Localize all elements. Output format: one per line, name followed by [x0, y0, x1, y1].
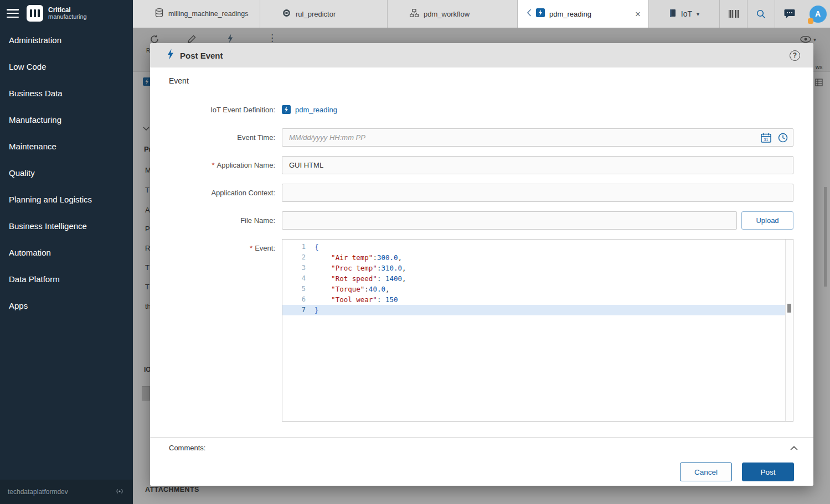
iot-icon: [669, 9, 677, 19]
cancel-button[interactable]: Cancel: [680, 463, 732, 481]
comments-section: Comments:: [150, 437, 813, 458]
sidebar-item-maintenance[interactable]: Maintenance: [0, 133, 133, 159]
clock-icon[interactable]: [778, 133, 788, 143]
sidebar-item-automation[interactable]: Automation: [0, 239, 133, 266]
svg-text:31: 31: [764, 137, 769, 141]
menu-icon[interactable]: [7, 9, 19, 18]
required-marker: *: [250, 244, 252, 252]
sidebar-menu: Administration Low Code Business Data Ma…: [0, 27, 133, 319]
event-time-label: Event Time:: [237, 133, 275, 142]
caret-down-icon: ▾: [697, 11, 699, 17]
field-event-time: Event Time: 31: [169, 128, 793, 147]
dialog-footer: Cancel Post: [150, 458, 813, 486]
tab-pdm-workflow[interactable]: pdm_workflow: [388, 0, 518, 28]
topbar: milling_machine_readings rul_predictor p…: [133, 0, 830, 28]
line-number: 6: [282, 294, 315, 305]
sidebar-item-data-platform[interactable]: Data Platform: [0, 266, 133, 292]
dialog-header: Post Event ?: [150, 43, 813, 67]
field-iot-event-definition: IoT Event Definition: pdm_reading: [169, 103, 793, 116]
environment-label: techdataplatformdev: [8, 488, 68, 496]
tab-label: milling_machine_readings: [168, 10, 252, 18]
chat-button[interactable]: [775, 0, 804, 28]
sidebar-item-low-code[interactable]: Low Code: [0, 53, 133, 80]
main-area: milling_machine_readings rul_predictor p…: [133, 0, 830, 504]
comments-label: Comments:: [169, 444, 205, 452]
readings-database-icon: [155, 8, 163, 19]
editor-line[interactable]: 4 "Rot speed": 1400,: [282, 273, 785, 284]
chevron-left-icon[interactable]: [527, 9, 532, 19]
sidebar-item-business-data[interactable]: Business Data: [0, 80, 133, 106]
predictor-icon: [282, 9, 291, 19]
field-application-name: * Application Name:: [169, 156, 793, 174]
sidebar-footer: techdataplatformdev: [0, 480, 133, 504]
field-event: * Event: 1{2 "Air temp":300.0,3 "Proc te…: [169, 239, 793, 422]
iot-event-definition-icon: [282, 105, 291, 114]
sidebar-item-apps[interactable]: Apps: [0, 292, 133, 319]
editor-line[interactable]: 2 "Air temp":300.0,: [282, 252, 785, 263]
section-label: Event: [169, 76, 793, 86]
tab-label: rul_predictor: [296, 10, 336, 18]
tab-rul-predictor[interactable]: rul_predictor: [260, 0, 388, 28]
application-name-label: Application Name:: [217, 161, 276, 169]
line-number: 7: [282, 305, 315, 315]
post-button[interactable]: Post: [742, 463, 794, 481]
application-context-input[interactable]: [282, 184, 793, 202]
editor-scrollbar[interactable]: [785, 240, 793, 421]
application-context-label: Application Context:: [211, 189, 275, 197]
barcode-scan-button[interactable]: [720, 0, 747, 28]
dialog-body: Event IoT Event Definition: pdm_reading: [150, 67, 813, 437]
line-number: 3: [282, 263, 315, 273]
line-number: 4: [282, 273, 315, 284]
sidebar-item-manufacturing[interactable]: Manufacturing: [0, 106, 133, 133]
post-event-dialog: Post Event ? Event IoT Event Definition:…: [150, 43, 813, 486]
tab-label: pdm_reading: [549, 10, 591, 18]
editor-line[interactable]: 7}: [282, 305, 785, 315]
calendar-icon[interactable]: 31: [761, 133, 771, 143]
user-avatar[interactable]: A: [804, 0, 830, 28]
help-icon[interactable]: ?: [790, 50, 800, 61]
sidebar-header: Critical manufacturing: [0, 0, 133, 27]
sidebar: Critical manufacturing Administration Lo…: [0, 0, 133, 504]
logo-icon: [27, 5, 43, 22]
tab-label: pdm_workflow: [424, 10, 470, 18]
iot-menu-label: IoT: [681, 9, 692, 18]
app-root: Critical manufacturing Administration Lo…: [0, 0, 830, 504]
file-name-input[interactable]: [282, 211, 737, 230]
avatar-status-dot: [808, 18, 813, 24]
editor-line[interactable]: 6 "Tool wear": 150: [282, 294, 785, 305]
editor-line[interactable]: 5 "Torque":40.0,: [282, 284, 785, 294]
editor-scrollbar-thumb[interactable]: [787, 304, 791, 313]
iot-menu[interactable]: IoT ▾: [649, 0, 720, 28]
line-number: 1: [282, 242, 315, 252]
brand-name: Critical: [48, 7, 87, 13]
event-editor[interactable]: 1{2 "Air temp":300.0,3 "Proc temp":310.0…: [282, 239, 793, 422]
event-time-input[interactable]: [282, 128, 793, 147]
field-file-name: File Name: Upload: [169, 211, 793, 230]
tab-milling-machine-readings[interactable]: milling_machine_readings: [133, 0, 260, 28]
tab-pdm-reading[interactable]: pdm_reading ×: [518, 0, 649, 28]
event-label: Event:: [255, 244, 275, 252]
broadcast-icon: [115, 488, 124, 496]
close-tab-icon[interactable]: ×: [635, 9, 641, 19]
search-button[interactable]: [747, 0, 775, 28]
brand-subtitle: manufacturing: [48, 13, 87, 20]
editor-line[interactable]: 1{: [282, 242, 785, 252]
sidebar-item-planning-and-logistics[interactable]: Planning and Logistics: [0, 186, 133, 212]
workflow-icon: [410, 9, 419, 19]
upload-button[interactable]: Upload: [741, 211, 793, 230]
file-name-label: File Name:: [240, 216, 275, 225]
lightning-icon: [167, 49, 174, 62]
editor-line[interactable]: 3 "Proc temp":310.0,: [282, 263, 785, 273]
sidebar-item-administration[interactable]: Administration: [0, 27, 133, 53]
chevron-up-icon[interactable]: [790, 446, 798, 450]
iot-event-definition-label: IoT Event Definition:: [210, 106, 275, 114]
app-logo: Critical manufacturing: [27, 5, 87, 22]
sidebar-item-business-intelligence[interactable]: Business Intelligence: [0, 212, 133, 239]
field-application-context: Application Context:: [169, 184, 793, 202]
application-name-input[interactable]: [282, 156, 793, 174]
iot-event-definition-icon: [536, 8, 545, 19]
line-number: 5: [282, 284, 315, 294]
iot-event-definition-link[interactable]: pdm_reading: [295, 106, 337, 114]
line-number: 2: [282, 252, 315, 263]
sidebar-item-quality[interactable]: Quality: [0, 159, 133, 186]
